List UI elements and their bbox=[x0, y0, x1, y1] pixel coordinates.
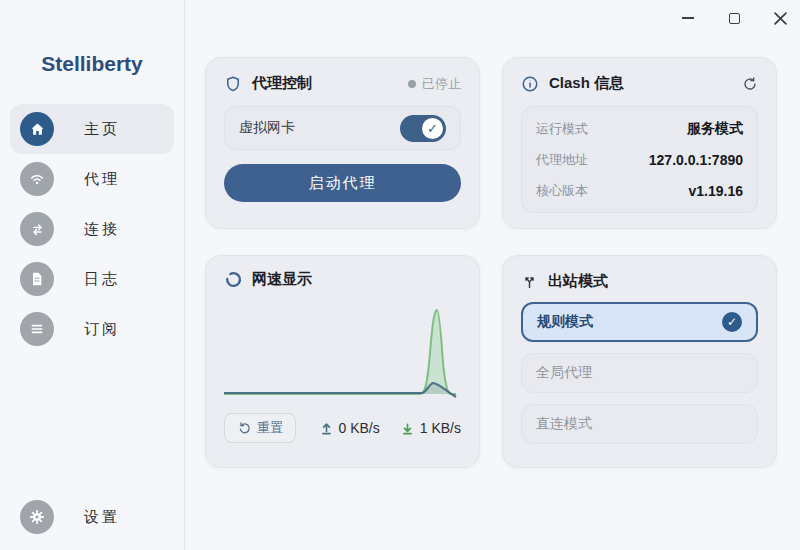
sidebar-item-logs[interactable]: 日志 bbox=[0, 254, 184, 304]
outbound-option-direct[interactable]: 直连模式 bbox=[521, 404, 758, 444]
activity-ring-icon bbox=[224, 271, 242, 289]
minimize-button[interactable] bbox=[680, 10, 696, 26]
clash-info-card: Clash 信息 运行模式 服务模式 代理地址 127.0.0.1:7890 核… bbox=[502, 57, 777, 229]
info-label: 核心版本 bbox=[536, 182, 588, 200]
sidebar-item-label: 订阅 bbox=[84, 320, 120, 339]
upload-icon bbox=[319, 421, 334, 436]
check-circle-icon: ✓ bbox=[722, 312, 742, 332]
swap-arrows-icon bbox=[20, 212, 54, 246]
speed-chart bbox=[224, 293, 461, 405]
download-speed: 1 KB/s bbox=[400, 420, 461, 436]
outbound-option-global[interactable]: 全局代理 bbox=[521, 353, 758, 393]
info-value: v1.19.16 bbox=[689, 183, 744, 199]
reset-button[interactable]: 重置 bbox=[224, 413, 296, 443]
upload-speed: 0 KB/s bbox=[319, 420, 380, 436]
sidebar-item-label: 主页 bbox=[84, 120, 120, 139]
maximize-icon bbox=[729, 13, 740, 24]
sidebar-item-label: 代理 bbox=[84, 170, 120, 189]
info-value: 127.0.0.1:7890 bbox=[649, 152, 743, 168]
sidebar-item-subscriptions[interactable]: 订阅 bbox=[0, 304, 184, 354]
document-icon bbox=[20, 262, 54, 296]
sidebar-item-settings[interactable]: 设置 bbox=[0, 492, 184, 542]
window-controls bbox=[680, 10, 788, 26]
download-value: 1 KB/s bbox=[420, 420, 461, 436]
download-area bbox=[224, 310, 456, 394]
gear-icon bbox=[20, 500, 54, 534]
refresh-icon bbox=[742, 76, 758, 92]
sidebar-nav: 主页 代理 连接 日志 订阅 bbox=[0, 104, 184, 354]
option-label: 全局代理 bbox=[536, 364, 592, 382]
tun-toggle[interactable]: ✓ bbox=[400, 115, 446, 142]
close-button[interactable] bbox=[772, 10, 788, 26]
toggle-check-icon: ✓ bbox=[422, 118, 443, 139]
sidebar-item-label: 设置 bbox=[84, 508, 120, 527]
close-icon bbox=[774, 12, 787, 25]
card-title: 代理控制 bbox=[252, 74, 312, 93]
sidebar-item-connections[interactable]: 连接 bbox=[0, 204, 184, 254]
tun-label: 虚拟网卡 bbox=[239, 119, 295, 137]
download-icon bbox=[400, 421, 415, 436]
info-label: 运行模式 bbox=[536, 120, 588, 138]
shield-icon bbox=[224, 75, 242, 93]
outbound-option-rule[interactable]: 规则模式 ✓ bbox=[521, 302, 758, 342]
app-title: Stelliberty bbox=[0, 52, 184, 76]
wifi-icon bbox=[20, 162, 54, 196]
home-icon bbox=[20, 112, 54, 146]
info-value: 服务模式 bbox=[687, 120, 743, 138]
sidebar-item-proxy[interactable]: 代理 bbox=[0, 154, 184, 204]
card-title: Clash 信息 bbox=[549, 74, 624, 93]
refresh-button[interactable] bbox=[742, 76, 758, 92]
clash-info-box: 运行模式 服务模式 代理地址 127.0.0.1:7890 核心版本 v1.19… bbox=[521, 106, 758, 213]
network-speed-card: 网速显示 重置 0 KB/s 1 KB/s bbox=[205, 255, 480, 468]
upload-value: 0 KB/s bbox=[339, 420, 380, 436]
sidebar-item-label: 日志 bbox=[84, 270, 120, 289]
card-title: 出站模式 bbox=[548, 272, 608, 291]
minimize-icon bbox=[682, 17, 694, 19]
info-row: 运行模式 服务模式 bbox=[536, 113, 743, 144]
list-icon bbox=[20, 312, 54, 346]
card-title: 网速显示 bbox=[252, 270, 312, 289]
option-label: 规则模式 bbox=[537, 313, 593, 331]
info-label: 代理地址 bbox=[536, 151, 588, 169]
download-line bbox=[224, 310, 456, 394]
start-proxy-button[interactable]: 启动代理 bbox=[224, 164, 461, 202]
info-row: 代理地址 127.0.0.1:7890 bbox=[536, 144, 743, 175]
sidebar-item-home[interactable]: 主页 bbox=[10, 104, 174, 154]
maximize-button[interactable] bbox=[726, 10, 742, 26]
info-icon bbox=[521, 75, 539, 93]
sidebar: Stelliberty 主页 代理 连接 日志 bbox=[0, 0, 185, 550]
tun-row: 虚拟网卡 ✓ bbox=[224, 106, 461, 150]
option-label: 直连模式 bbox=[536, 415, 592, 433]
reset-icon bbox=[237, 421, 251, 435]
proxy-control-card: 代理控制 已停止 虚拟网卡 ✓ 启动代理 bbox=[205, 57, 480, 229]
sidebar-item-label: 连接 bbox=[84, 220, 120, 239]
info-row: 核心版本 v1.19.16 bbox=[536, 175, 743, 206]
outbound-mode-card: 出站模式 规则模式 ✓ 全局代理 直连模式 bbox=[502, 255, 777, 468]
status-text: 已停止 bbox=[422, 75, 461, 93]
status-badge: 已停止 bbox=[408, 75, 461, 93]
reset-label: 重置 bbox=[257, 419, 283, 437]
status-dot-icon bbox=[408, 80, 416, 88]
split-icon bbox=[521, 273, 538, 290]
